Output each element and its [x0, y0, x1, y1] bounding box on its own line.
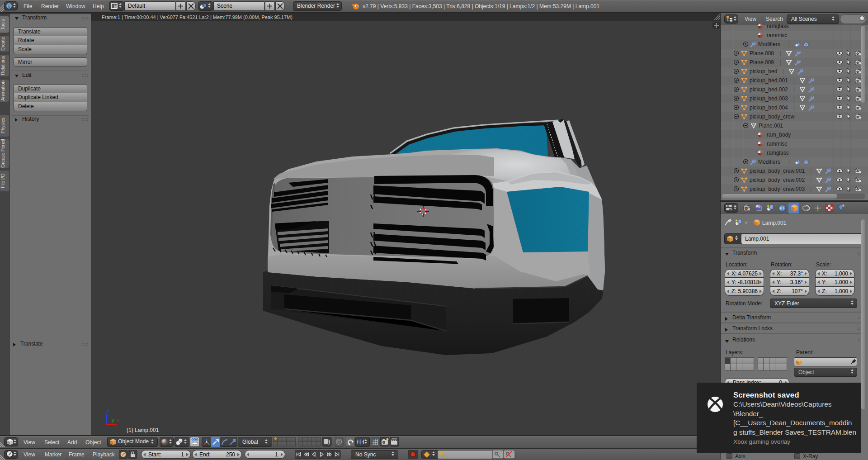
svg-text:x: x — [117, 417, 119, 423]
svg-text:y: y — [112, 417, 114, 423]
svg-text:i: i — [9, 4, 10, 9]
svg-text:z: z — [107, 407, 110, 413]
